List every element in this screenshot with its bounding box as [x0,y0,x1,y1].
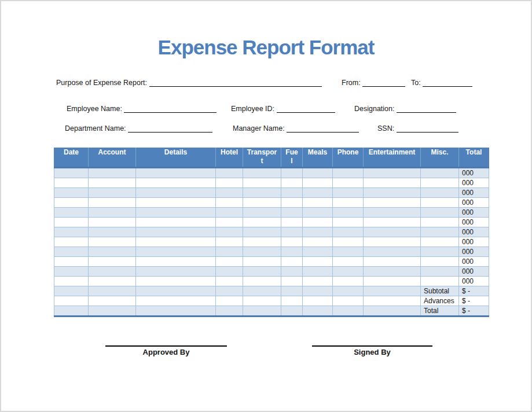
expense-cell[interactable] [136,198,216,208]
expense-cell[interactable] [421,218,459,227]
expense-cell[interactable] [243,198,281,208]
expense-cell[interactable] [136,257,216,267]
expense-cell[interactable] [136,247,216,257]
expense-cell[interactable] [54,267,89,277]
expense-cell[interactable] [281,257,303,267]
expense-cell[interactable] [216,198,243,208]
expense-cell[interactable] [303,296,333,306]
expense-cell[interactable] [281,267,303,277]
expense-cell[interactable] [89,168,136,178]
expense-cell[interactable] [281,277,303,286]
expense-cell[interactable] [303,218,333,227]
expense-cell[interactable] [136,306,216,317]
expense-cell[interactable] [89,257,136,267]
expense-cell[interactable] [216,306,243,317]
expense-cell[interactable] [364,218,421,227]
expense-cell[interactable] [216,296,243,306]
expense-cell[interactable] [216,277,243,286]
expense-cell[interactable] [216,168,243,178]
expense-cell[interactable] [333,178,364,188]
total-value-cell[interactable]: 000 [459,237,489,247]
expense-cell[interactable] [364,227,421,237]
expense-cell[interactable] [89,188,136,198]
manager-name-fill-line[interactable] [287,124,359,133]
expense-cell[interactable] [89,247,136,257]
expense-cell[interactable] [216,218,243,227]
expense-cell[interactable] [243,257,281,267]
expense-cell[interactable] [364,237,421,247]
expense-cell[interactable] [136,227,216,237]
total-value-cell[interactable]: 000 [459,168,489,178]
total-value-cell[interactable]: 000 [459,188,489,198]
total-value-cell[interactable]: 000 [459,218,489,227]
expense-cell[interactable] [243,227,281,237]
expense-cell[interactable] [364,168,421,178]
expense-cell[interactable] [333,168,364,178]
expense-cell[interactable] [216,208,243,218]
expense-cell[interactable] [333,286,364,296]
expense-cell[interactable] [303,178,333,188]
expense-cell[interactable] [136,237,216,247]
expense-cell[interactable] [216,178,243,188]
expense-cell[interactable] [333,218,364,227]
expense-cell[interactable] [303,168,333,178]
expense-cell[interactable] [281,237,303,247]
expense-cell[interactable] [54,277,89,286]
expense-cell[interactable] [243,306,281,317]
expense-cell[interactable] [421,267,459,277]
expense-cell[interactable] [303,198,333,208]
expense-cell[interactable] [421,178,459,188]
expense-cell[interactable] [216,247,243,257]
expense-cell[interactable] [303,277,333,286]
expense-cell[interactable] [243,208,281,218]
expense-cell[interactable] [54,188,89,198]
expense-cell[interactable] [364,247,421,257]
expense-cell[interactable] [136,178,216,188]
expense-cell[interactable] [281,168,303,178]
expense-cell[interactable] [54,198,89,208]
summary-value-cell[interactable]: $ - [459,296,489,306]
expense-cell[interactable] [364,267,421,277]
expense-cell[interactable] [89,237,136,247]
total-value-cell[interactable]: 000 [459,277,489,286]
expense-cell[interactable] [333,296,364,306]
expense-cell[interactable] [243,218,281,227]
expense-cell[interactable] [54,306,89,317]
employee-id-fill-line[interactable] [277,104,335,113]
expense-cell[interactable] [303,257,333,267]
expense-cell[interactable] [89,208,136,218]
expense-cell[interactable] [89,277,136,286]
expense-cell[interactable] [243,267,281,277]
purpose-fill-line[interactable] [149,78,322,87]
expense-cell[interactable] [281,296,303,306]
expense-cell[interactable] [303,267,333,277]
expense-cell[interactable] [89,227,136,237]
expense-cell[interactable] [303,208,333,218]
expense-cell[interactable] [421,168,459,178]
department-name-fill-line[interactable] [128,124,212,133]
expense-cell[interactable] [243,188,281,198]
expense-cell[interactable] [421,237,459,247]
expense-cell[interactable] [281,227,303,237]
expense-cell[interactable] [303,286,333,296]
expense-cell[interactable] [89,296,136,306]
expense-cell[interactable] [54,227,89,237]
total-value-cell[interactable]: 000 [459,178,489,188]
expense-cell[interactable] [281,286,303,296]
expense-cell[interactable] [281,218,303,227]
expense-cell[interactable] [136,286,216,296]
expense-cell[interactable] [333,227,364,237]
total-value-cell[interactable]: 000 [459,208,489,218]
expense-cell[interactable] [364,277,421,286]
expense-cell[interactable] [333,277,364,286]
expense-cell[interactable] [54,208,89,218]
to-fill-line[interactable] [423,78,472,87]
expense-cell[interactable] [421,208,459,218]
expense-cell[interactable] [333,198,364,208]
expense-cell[interactable] [89,286,136,296]
expense-cell[interactable] [281,178,303,188]
expense-cell[interactable] [281,198,303,208]
expense-cell[interactable] [303,227,333,237]
expense-cell[interactable] [421,198,459,208]
expense-cell[interactable] [136,218,216,227]
